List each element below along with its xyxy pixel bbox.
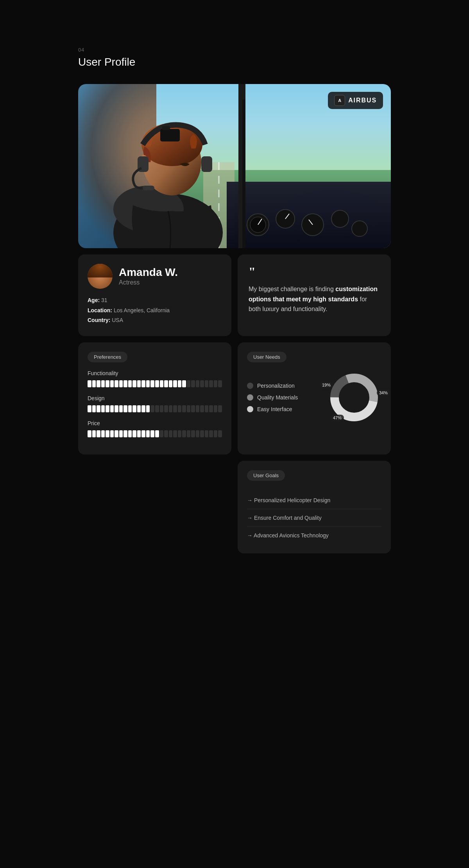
- pref-design-label: Design: [88, 395, 222, 401]
- goal-item-2: → Ensure Comfort and Quality: [247, 509, 381, 527]
- goal-item-1: → Personalized Helicopter Design: [247, 492, 381, 509]
- svg-point-30: [342, 386, 366, 409]
- svg-point-10: [331, 210, 349, 227]
- donut-chart: 19% 34% 47%: [327, 370, 381, 425]
- quote-mark: ": [249, 265, 380, 278]
- user-needs-tag: User Needs: [247, 352, 286, 362]
- svg-rect-23: [201, 156, 212, 172]
- svg-rect-16: [242, 100, 245, 248]
- pref-design: Design: [88, 395, 222, 413]
- pref-functionality: Functionality: [88, 370, 222, 388]
- needs-legend: Personalization Quality Materials Easy I…: [247, 383, 298, 412]
- section-number: 04: [78, 47, 391, 53]
- profile-age: Age: 31: [88, 297, 222, 304]
- svg-rect-25: [160, 129, 180, 141]
- quote-card: " My biggest challenge is finding custom…: [238, 254, 391, 336]
- quote-text: My biggest challenge is finding customiz…: [249, 284, 380, 314]
- pref-price-bar: [88, 430, 222, 438]
- profile-name: Amanda W.: [119, 267, 178, 279]
- goals-list: → Personalized Helicopter Design → Ensur…: [247, 492, 381, 544]
- goal-item-3: → Advanced Avionics Technology: [247, 527, 381, 544]
- page-title: User Profile: [78, 56, 391, 68]
- preferences-card: Preferences Functionality Design Price: [78, 342, 231, 455]
- user-goals-card: User Goals → Personalized Helicopter Des…: [238, 461, 391, 553]
- pref-design-bar: [88, 404, 222, 413]
- airbus-logo: A: [334, 95, 345, 106]
- pref-price: Price: [88, 420, 222, 438]
- airbus-badge: A AIRBUS: [328, 92, 383, 109]
- user-needs-card: User Needs Personalization Quality Mater…: [238, 342, 391, 455]
- airbus-brand-name: AIRBUS: [348, 97, 377, 104]
- donut-label-19: 19%: [320, 382, 333, 388]
- hero-image-card: A AIRBUS: [78, 84, 391, 248]
- pref-price-label: Price: [88, 420, 222, 426]
- legend-personalization: Personalization: [247, 383, 298, 389]
- legend-interface: Easy Interface: [247, 406, 298, 412]
- profile-card: Amanda W. Actress Age: 31 Location: Los …: [78, 254, 231, 336]
- pref-functionality-label: Functionality: [88, 370, 222, 376]
- profile-location: Location: Los Angeles, California: [88, 307, 222, 315]
- profile-role: Actress: [119, 279, 178, 286]
- donut-label-47: 47%: [331, 415, 344, 421]
- svg-rect-26: [162, 126, 170, 130]
- profile-country: Country: USA: [88, 317, 222, 324]
- svg-rect-24: [143, 186, 154, 190]
- pref-functionality-bar: [88, 379, 222, 388]
- legend-quality: Quality Materials: [247, 394, 298, 401]
- donut-label-34: 34%: [377, 390, 390, 396]
- preferences-tag: Preferences: [88, 352, 127, 362]
- avatar: [88, 264, 113, 289]
- user-goals-tag: User Goals: [247, 470, 285, 481]
- svg-point-11: [352, 221, 367, 236]
